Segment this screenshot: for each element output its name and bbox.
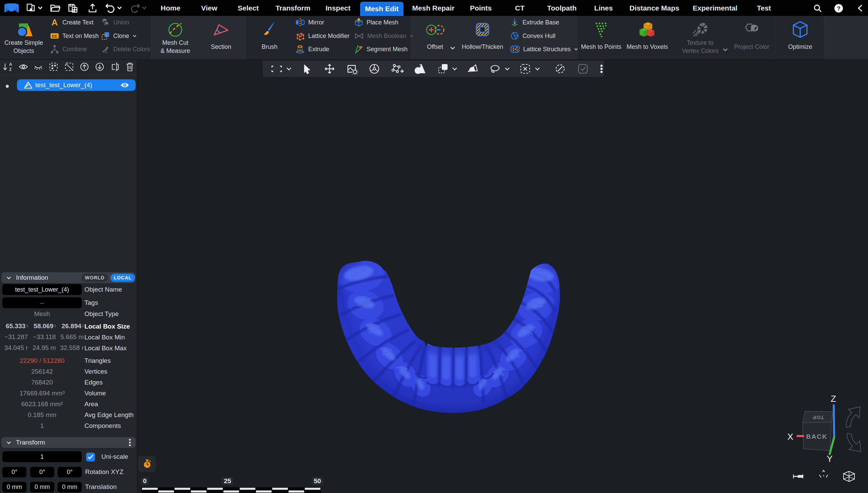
svg-text:X: X (787, 432, 793, 442)
svg-text:CC: CC (52, 34, 57, 38)
svg-text:A: A (52, 18, 58, 27)
svg-text:?: ? (837, 5, 840, 12)
svg-text:TOP: TOP (812, 415, 824, 420)
svg-text:Y: Y (827, 454, 832, 464)
svg-text:Z: Z (831, 394, 836, 404)
svg-text:A: A (9, 62, 12, 67)
svg-text:BACK: BACK (806, 433, 828, 440)
svg-text:Z: Z (9, 67, 12, 72)
